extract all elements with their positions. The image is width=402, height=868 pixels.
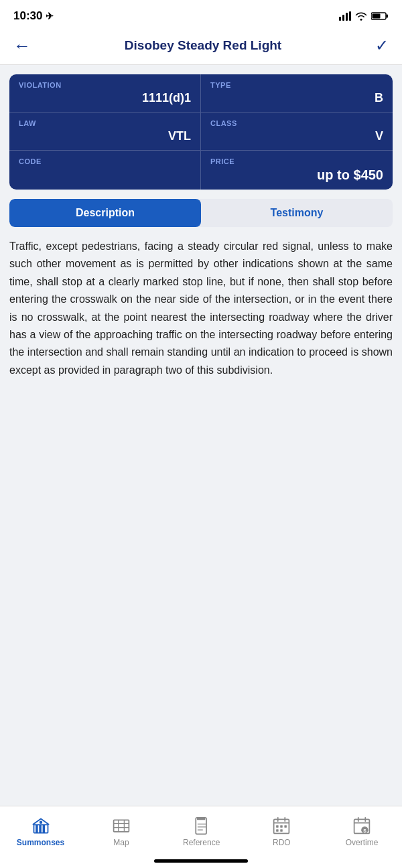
svg-rect-1 [342,15,344,21]
type-cell: TYPE B [201,74,393,113]
info-grid: VIOLATION 1111(d)1 TYPE B LAW VTL CLASS … [9,74,393,190]
info-card: VIOLATION 1111(d)1 TYPE B LAW VTL CLASS … [9,74,393,190]
violation-label: VIOLATION [19,81,191,89]
content-area: VIOLATION 1111(d)1 TYPE B LAW VTL CLASS … [0,65,402,806]
wifi-icon [355,11,367,21]
nav-item-rdo[interactable]: RDO [258,816,305,847]
tab-testimony[interactable]: Testimony [201,199,393,227]
back-button[interactable]: ← [13,37,31,54]
price-label: PRICE [210,157,383,165]
price-cell: PRICE up to $450 [201,151,393,190]
rdo-icon [272,816,291,835]
svg-rect-29 [277,829,279,832]
home-bar [154,859,248,863]
nav-item-summonses[interactable]: Summonses [17,816,64,847]
class-label: CLASS [210,119,383,127]
status-bar: 10:30 ✈ [0,0,402,29]
svg-rect-8 [36,824,38,833]
signal-icon [339,11,351,21]
svg-rect-17 [196,817,206,834]
svg-rect-0 [339,17,341,21]
law-value: VTL [19,129,191,143]
header: ← Disobey Steady Red Light ✓ [0,29,402,65]
map-icon [112,816,131,835]
svg-text:$: $ [363,827,366,833]
law-label: LAW [19,119,191,127]
class-cell: CLASS V [201,113,393,151]
code-cell: CODE [9,151,201,190]
page-title: Disobey Steady Red Light [31,38,375,53]
type-label: TYPE [210,81,383,89]
svg-rect-5 [387,15,389,18]
bottom-nav: Summonses Map Reference [0,806,402,859]
time-display: 10:30 [13,9,42,23]
svg-rect-27 [281,825,283,828]
status-time: 10:30 ✈ [13,9,54,23]
price-value: up to $450 [210,167,383,183]
check-button[interactable]: ✓ [375,36,389,55]
svg-rect-26 [277,825,279,828]
location-icon: ✈ [46,11,54,21]
svg-rect-30 [281,829,283,832]
nav-item-reference[interactable]: Reference [178,816,225,847]
overtime-label: Overtime [346,838,379,847]
nav-item-overtime[interactable]: $ Overtime [338,816,385,847]
law-cell: LAW VTL [9,113,201,151]
svg-point-11 [39,820,42,823]
type-value: B [210,91,383,105]
svg-rect-28 [285,825,287,828]
rdo-label: RDO [273,838,291,847]
svg-rect-18 [197,817,205,820]
svg-rect-10 [42,824,45,833]
description-text: Traffic, except pedestrians, facing a st… [9,238,393,379]
status-icons [339,11,389,21]
tab-bar: Description Testimony [9,199,393,227]
svg-rect-12 [114,820,129,832]
nav-item-map[interactable]: Map [98,816,145,847]
svg-rect-3 [349,11,351,21]
svg-rect-2 [346,13,348,21]
class-value: V [210,129,383,143]
code-label: CODE [19,157,191,165]
violation-cell: VIOLATION 1111(d)1 [9,74,201,113]
overtime-icon: $ [352,816,371,835]
map-label: Map [113,838,129,847]
summonses-label: Summonses [17,838,64,847]
summonses-icon [31,816,50,835]
svg-rect-9 [39,824,42,833]
home-indicator [0,859,402,868]
reference-icon [192,816,211,835]
svg-rect-6 [373,14,381,19]
violation-value: 1111(d)1 [19,91,191,105]
battery-icon [371,11,389,21]
tab-description[interactable]: Description [9,199,201,227]
reference-label: Reference [183,838,220,847]
